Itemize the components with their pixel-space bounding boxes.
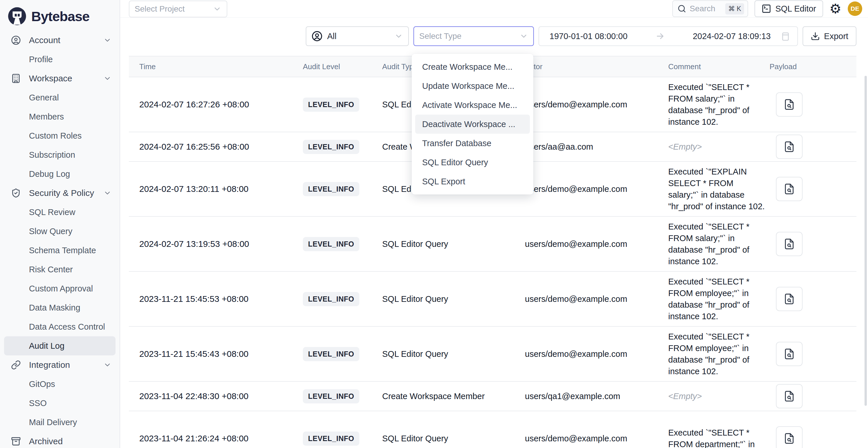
building-icon: [11, 73, 21, 83]
sidebar-item-data-access-control[interactable]: Data Access Control: [4, 317, 116, 336]
row-time: 2024-02-07 16:25:56 +08:00: [129, 142, 303, 152]
menu-item-transfer-database[interactable]: Transfer Database: [415, 134, 530, 153]
export-button[interactable]: Export: [803, 26, 857, 46]
row-actor: users/demo@example.com: [525, 239, 668, 249]
column-header-payload: Payload: [770, 62, 857, 71]
actor-filter-select[interactable]: All: [306, 26, 409, 46]
sidebar-item-data-masking[interactable]: Data Masking: [4, 298, 116, 317]
row-actor: users/qa1@example.com: [525, 391, 668, 401]
audit-level-badge: LEVEL_INFO: [303, 389, 359, 404]
chevron-down-icon: [103, 361, 112, 369]
column-header-actor: Actor: [525, 62, 668, 71]
file-search-icon: [783, 99, 795, 110]
table-row: 2023-11-21 15:45:53 +08:00 LEVEL_INFO SQ…: [129, 272, 857, 327]
shield-check-icon: [11, 188, 21, 198]
gear-icon[interactable]: ⚙: [830, 2, 841, 15]
row-time: 2023-11-04 22:48:30 +08:00: [129, 391, 303, 401]
avatar[interactable]: DE: [848, 1, 862, 16]
type-filter-select[interactable]: Select Type: [413, 26, 534, 46]
payload-view-button[interactable]: [776, 92, 803, 117]
member-icon: [312, 31, 322, 42]
file-search-icon: [783, 183, 795, 195]
sidebar-item-gitops[interactable]: GitOps: [4, 375, 116, 393]
sidebar-item-risk-center[interactable]: Risk Center: [4, 260, 116, 279]
row-audit-type: SQL Editor Query: [382, 239, 525, 249]
sidebar-item-debug-log[interactable]: Debug Log: [4, 164, 116, 184]
row-audit-type: Create Workspace Member: [382, 391, 525, 401]
sidebar-item-custom-approval[interactable]: Custom Approval: [4, 279, 116, 298]
row-audit-type: SQL Editor Query: [382, 294, 525, 304]
column-header-time: Time: [129, 62, 303, 71]
vertical-scrollbar[interactable]: [865, 76, 867, 406]
bytebase-app: Bytebase Account Profile Workspace Gener…: [0, 0, 868, 448]
payload-view-button[interactable]: [776, 426, 803, 448]
row-comment: Executed `"SELECT * FROM employee;"` in …: [668, 331, 765, 377]
audit-level-badge: LEVEL_INFO: [303, 292, 359, 306]
menu-item-sql-editor-query[interactable]: SQL Editor Query: [415, 153, 530, 172]
sidebar-section-archived[interactable]: Archived: [4, 432, 116, 448]
row-actor: users/demo@example.com: [525, 294, 668, 304]
chevron-down-icon: [213, 5, 221, 13]
column-header-audit-level: Audit Level: [303, 62, 382, 71]
sidebar-item-custom-roles[interactable]: Custom Roles: [4, 126, 116, 145]
menu-item-update-workspace-member[interactable]: Update Workspace Me...: [415, 76, 530, 96]
payload-view-button[interactable]: [776, 384, 803, 408]
row-time: 2023-11-21 15:45:43 +08:00: [129, 349, 303, 359]
table-row: 2024-02-07 13:19:53 +08:00 LEVEL_INFO SQ…: [129, 217, 857, 272]
file-search-icon: [783, 348, 795, 360]
brand-name: Bytebase: [31, 8, 90, 24]
sidebar: Bytebase Account Profile Workspace Gener…: [0, 0, 120, 448]
menu-item-sql-export[interactable]: SQL Export: [415, 172, 530, 191]
sidebar-item-members[interactable]: Members: [4, 107, 116, 126]
menu-item-create-workspace-member[interactable]: Create Workspace Me...: [415, 57, 530, 76]
row-audit-type: SQL Editor Query: [382, 349, 525, 359]
sidebar-item-audit-log[interactable]: Audit Log: [4, 336, 116, 355]
sidebar-item-general[interactable]: General: [4, 88, 116, 107]
audit-level-badge: LEVEL_INFO: [303, 140, 359, 154]
menu-item-deactivate-workspace-member[interactable]: Deactivate Workspace ...: [415, 115, 530, 134]
brand-logo[interactable]: Bytebase: [0, 0, 120, 31]
payload-view-button[interactable]: [776, 177, 803, 201]
sidebar-item-mail-delivery[interactable]: Mail Delivery: [4, 413, 116, 432]
chevron-down-icon: [519, 32, 528, 40]
project-select[interactable]: Select Project: [129, 1, 227, 18]
row-actor: users/demo@example.com: [525, 100, 668, 109]
sidebar-item-schema-template[interactable]: Schema Template: [4, 241, 116, 260]
payload-view-button[interactable]: [776, 342, 803, 366]
chevron-down-icon: [103, 36, 112, 44]
sidebar-section-account[interactable]: Account: [4, 31, 116, 50]
menu-item-activate-workspace-member[interactable]: Activate Workspace Me...: [415, 96, 530, 115]
sidebar-item-slow-query[interactable]: Slow Query: [4, 222, 116, 241]
row-comment: Executed `"SELECT * FROM department;"` i…: [668, 427, 765, 448]
row-comment: Executed `"SELECT * FROM salary;"` in da…: [668, 221, 765, 267]
row-time: 2024-02-07 16:27:26 +08:00: [129, 100, 303, 109]
file-search-icon: [783, 238, 795, 250]
payload-view-button[interactable]: [776, 287, 803, 311]
row-comment: Executed `"SELECT * FROM employee;"` in …: [668, 276, 765, 322]
user-circle-icon: [11, 35, 21, 45]
audit-level-badge: LEVEL_INFO: [303, 237, 359, 251]
filter-row: All Select Type 1970-01-01 08:00:00 2024…: [120, 18, 868, 46]
sidebar-item-subscription[interactable]: Subscription: [4, 145, 116, 164]
audit-level-badge: LEVEL_INFO: [303, 182, 359, 196]
sidebar-nav: Account Profile Workspace General Member…: [0, 31, 120, 448]
sidebar-section-integration[interactable]: Integration: [4, 355, 116, 375]
row-comment: <Empty>: [668, 141, 765, 153]
sql-editor-button[interactable]: SQL Editor: [754, 0, 823, 17]
row-comment: Executed `"EXPLAIN SELECT * FROM salary;…: [668, 166, 765, 212]
row-actor: users/demo@example.com: [525, 184, 668, 194]
sidebar-section-workspace[interactable]: Workspace: [4, 69, 116, 88]
sidebar-item-sso[interactable]: SSO: [4, 393, 116, 413]
sidebar-item-profile[interactable]: Profile: [4, 50, 116, 69]
row-actor: users/aa@aa.com: [525, 142, 668, 152]
date-range-picker[interactable]: 1970-01-01 08:00:00 2024-02-07 18:09:13: [538, 26, 798, 46]
topbar-right: Search ⌘ K SQL Editor ⚙ DE: [672, 0, 862, 17]
chevron-down-icon: [103, 74, 112, 83]
search-input[interactable]: Search ⌘ K: [672, 0, 748, 17]
audit-level-badge: LEVEL_INFO: [303, 431, 359, 446]
sidebar-section-security-policy[interactable]: Security & Policy: [4, 184, 116, 202]
row-time: 2024-02-07 13:20:11 +08:00: [129, 184, 303, 194]
payload-view-button[interactable]: [776, 232, 803, 256]
payload-view-button[interactable]: [776, 135, 803, 159]
sidebar-item-sql-review[interactable]: SQL Review: [4, 202, 116, 222]
